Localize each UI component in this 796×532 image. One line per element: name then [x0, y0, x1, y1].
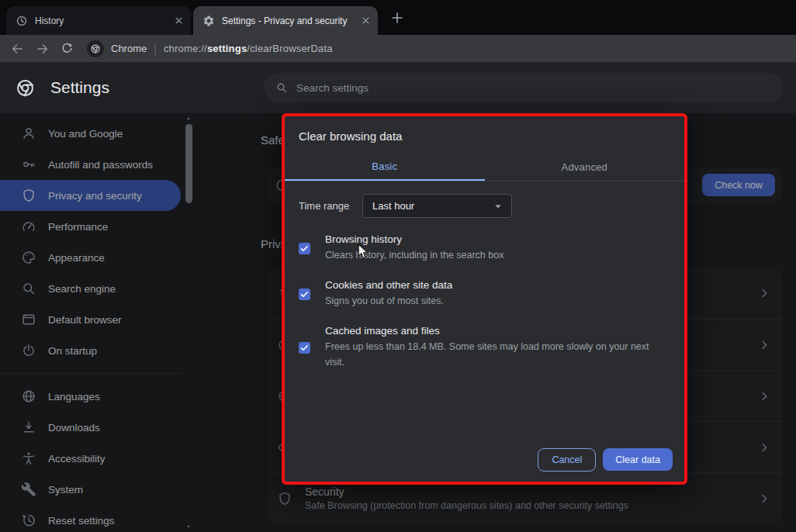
dialog-tab-advanced[interactable]: Advanced: [485, 153, 685, 181]
forward-button[interactable]: [35, 41, 50, 57]
option-title: Cached images and files: [325, 325, 668, 337]
dialog-body: Time range Last hour Browsing history Cl…: [285, 181, 684, 370]
url-prefix: chrome://: [164, 43, 207, 54]
new-tab-button[interactable]: [389, 9, 406, 26]
url-suffix: /clearBrowserData: [247, 43, 332, 54]
url-highlight: settings: [207, 43, 247, 54]
checkbox[interactable]: [299, 342, 310, 354]
dialog-title: Clear browsing data: [299, 130, 670, 143]
option-text: Cookies and other site data Signs you ou…: [325, 279, 452, 309]
page-title: Settings: [50, 78, 109, 97]
clear-option-cookies-and-other-site-data: Cookies and other site data Signs you ou…: [299, 279, 670, 309]
search-placeholder: Search settings: [296, 82, 369, 94]
address-bar[interactable]: chrome://settings/clearBrowserData: [164, 43, 333, 54]
back-button[interactable]: [9, 41, 25, 57]
time-range-value: Last hour: [372, 200, 414, 212]
tab-close-icon[interactable]: [173, 15, 185, 26]
browser-window: History Settings - Privacy and security …: [0, 0, 796, 532]
tab-strip: History Settings - Privacy and security: [0, 0, 796, 35]
browser-tab-settings-privacy-and-security[interactable]: Settings - Privacy and security: [193, 6, 378, 35]
tab-close-icon[interactable]: [360, 15, 372, 26]
checkbox[interactable]: [299, 243, 310, 254]
clear-option-cached-images-and-files: Cached images and files Frees up less th…: [299, 325, 670, 370]
mouse-cursor: [358, 244, 369, 260]
checkbox[interactable]: [299, 288, 310, 300]
caret-down-icon: [491, 199, 505, 213]
site-label: Chrome: [111, 43, 147, 54]
clear-option-browsing-history: Browsing history Clears history, includi…: [299, 233, 670, 263]
browser-tabs: History Settings - Privacy and security: [6, 6, 380, 35]
tab-favicon-icon: [16, 15, 28, 27]
tab-favicon-icon: [202, 15, 215, 27]
time-range-row: Time range Last hour: [299, 194, 670, 218]
site-info-badge[interactable]: [87, 40, 104, 57]
settings-search-input[interactable]: Search settings: [264, 73, 784, 102]
dialog-actions: Cancel Clear data: [538, 448, 673, 472]
search-icon: [275, 81, 288, 94]
option-text: Browsing history Clears history, includi…: [325, 233, 504, 263]
option-description: Frees up less than 18.4 MB. Some sites m…: [325, 339, 668, 370]
navigation-bar: Chrome | chrome://settings/clearBrowserD…: [0, 35, 796, 62]
reload-button[interactable]: [61, 42, 74, 55]
url-separator: |: [154, 43, 157, 55]
time-range-label: Time range: [299, 200, 362, 212]
chrome-badge-icon: [90, 43, 101, 54]
tab-title: Settings - Privacy and security: [222, 16, 353, 26]
dialog-tab-label: Advanced: [562, 161, 607, 173]
clear-browsing-data-dialog: Clear browsing data Basic Advanced Time …: [282, 113, 687, 485]
option-title: Browsing history: [325, 233, 504, 245]
dialog-tabs: Basic Advanced: [285, 153, 684, 181]
clear-options-list: Browsing history Clears history, includi…: [299, 233, 670, 370]
clear-data-button[interactable]: Clear data: [603, 448, 673, 471]
settings-header: Settings Search settings: [0, 62, 796, 113]
time-range-dropdown[interactable]: Last hour: [362, 194, 512, 218]
option-description: Signs you out of most sites.: [325, 293, 452, 309]
browser-tab-history[interactable]: History: [6, 6, 191, 35]
cancel-button[interactable]: Cancel: [538, 448, 596, 472]
tab-title: History: [35, 16, 166, 26]
chrome-logo-icon: [15, 78, 36, 98]
option-title: Cookies and other site data: [325, 279, 452, 291]
option-description: Clears history, including in the search …: [325, 247, 504, 263]
dialog-tab-basic[interactable]: Basic: [285, 153, 485, 181]
dialog-tab-label: Basic: [372, 161, 397, 172]
option-text: Cached images and files Frees up less th…: [325, 325, 668, 370]
